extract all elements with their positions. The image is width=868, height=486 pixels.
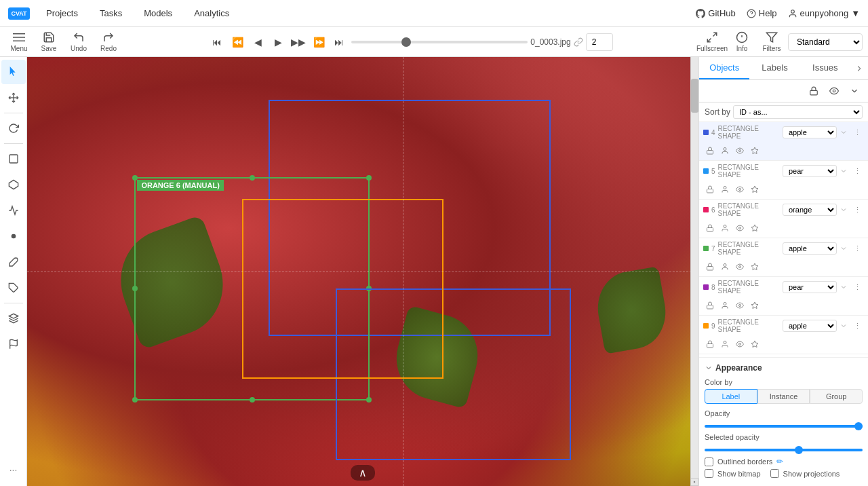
user-button-7[interactable] [718, 260, 732, 274]
object-actions-6 [699, 220, 868, 238]
play-button[interactable]: ▶ [269, 33, 288, 52]
expand-all-button[interactable] [846, 83, 863, 99]
label-select-9[interactable]: apple [783, 320, 837, 332]
frame-slider[interactable] [351, 41, 528, 43]
user-button-6[interactable] [718, 221, 732, 235]
help-link[interactable]: Help [747, 8, 777, 18]
collapse-bottom-button[interactable]: ∧ [351, 465, 375, 481]
last-frame-button[interactable]: ⏭ [330, 33, 349, 52]
info-button[interactable]: Info [728, 29, 755, 56]
outlined-borders-checkbox[interactable] [705, 457, 713, 466]
color-by-group-button[interactable]: Group [810, 389, 863, 404]
eye-button-4[interactable] [733, 144, 747, 157]
nav-analytics[interactable]: Analytics [189, 5, 235, 21]
lock-button-5[interactable] [703, 183, 717, 196]
tab-issues[interactable]: Issues [800, 57, 850, 79]
rectangle-tool[interactable] [1, 147, 26, 171]
panel-collapse-button[interactable] [850, 57, 868, 79]
label-select-4[interactable]: apple [783, 126, 837, 138]
prev-chunk-button[interactable]: ⏪ [228, 33, 247, 52]
tab-labels[interactable]: Labels [749, 57, 800, 79]
show-projections-checkbox[interactable] [770, 469, 779, 478]
eye-button-9[interactable] [733, 337, 747, 351]
more-tools-button[interactable]: ··· [1, 457, 26, 482]
more-button-7[interactable]: ⋮ [850, 242, 864, 255]
nav-projects[interactable]: Projects [41, 5, 83, 21]
color-by-instance-button[interactable]: Instance [757, 389, 810, 404]
more-button-8[interactable]: ⋮ [850, 280, 864, 294]
next-frame-button[interactable]: ▶▶ [289, 33, 308, 52]
star-button-5[interactable] [748, 183, 762, 196]
show-projections-label: Show projections [783, 470, 840, 478]
vertical-scrollbar[interactable] [690, 57, 698, 486]
save-button[interactable]: Save [35, 29, 62, 56]
rotate-tool[interactable] [1, 116, 26, 141]
lock-button-9[interactable] [703, 337, 717, 351]
more-button-5[interactable]: ⋮ [850, 164, 864, 178]
layers-tool[interactable] [1, 306, 26, 331]
polyline-tool[interactable] [1, 198, 26, 223]
eye-button-8[interactable] [733, 299, 747, 312]
tab-objects[interactable]: Objects [699, 57, 749, 79]
menu-button[interactable]: Menu [5, 29, 33, 56]
next-chunk-button[interactable]: ⏩ [309, 33, 328, 52]
star-button-8[interactable] [748, 299, 762, 312]
tag-tool[interactable] [1, 276, 26, 300]
more-button-9[interactable]: ⋮ [850, 319, 864, 333]
hide-all-button[interactable] [826, 83, 842, 99]
star-button-6[interactable] [748, 221, 762, 235]
eye-button-7[interactable] [733, 260, 747, 274]
labels-tool[interactable] [1, 332, 26, 356]
github-link[interactable]: GitHub [696, 8, 735, 18]
color-by-label-button[interactable]: Label [705, 389, 757, 404]
label-select-7[interactable]: apple [783, 242, 837, 255]
polygon-tool[interactable] [1, 172, 26, 197]
more-button-4[interactable]: ⋮ [850, 126, 864, 139]
user-button-8[interactable] [718, 299, 732, 312]
user-button-9[interactable] [718, 337, 732, 351]
move-tool[interactable] [1, 86, 26, 110]
star-button-9[interactable] [748, 337, 762, 351]
lock-button-4[interactable] [703, 144, 717, 157]
sort-select[interactable]: ID - as... [733, 105, 863, 119]
object-header-6: 6 RECTANGLE SHAPE orange ⋮ [699, 200, 868, 220]
star-button-4[interactable] [748, 144, 762, 157]
point-tool[interactable] [1, 224, 26, 248]
canvas-area[interactable]: ORANGE 6 (MANUAL) ∧ [27, 57, 698, 486]
undo-button[interactable]: Undo [65, 29, 92, 56]
star-button-7[interactable] [748, 260, 762, 274]
user-button-5[interactable] [718, 183, 732, 196]
cursor-tool[interactable] [1, 60, 26, 84]
fullscreen-button[interactable]: Fullscreen [698, 29, 726, 56]
label-select-5[interactable]: pear [783, 165, 837, 177]
view-select[interactable]: Standard [788, 33, 863, 51]
lock-button-8[interactable] [703, 299, 717, 312]
label-select-8[interactable]: pear [783, 281, 837, 293]
redo-button[interactable]: Redo [95, 29, 122, 56]
scrollbar-thumb[interactable] [691, 79, 698, 113]
nav-models[interactable]: Models [138, 5, 178, 21]
prev-frame-button[interactable]: ◀ [248, 33, 267, 52]
eye-button-6[interactable] [733, 221, 747, 235]
user-menu[interactable]: eunpyohong ▼ [788, 8, 860, 18]
opacity-slider[interactable] [705, 425, 863, 428]
eye-button-5[interactable] [733, 183, 747, 196]
first-frame-button[interactable]: ⏮ [208, 33, 226, 52]
user-button-4[interactable] [718, 144, 732, 157]
selected-opacity-slider[interactable] [705, 449, 863, 451]
outlined-borders-edit-icon[interactable]: ✏ [776, 457, 783, 466]
appearance-header[interactable]: Appearance [705, 363, 863, 373]
nav-tasks[interactable]: Tasks [94, 5, 127, 21]
lock-button-6[interactable] [703, 221, 717, 235]
label-select-6[interactable]: orange [783, 204, 837, 216]
more-button-6[interactable]: ⋮ [850, 203, 864, 217]
lock-button-7[interactable] [703, 260, 717, 274]
filters-button[interactable]: Filters [758, 29, 785, 56]
show-bitmap-checkbox[interactable] [705, 469, 713, 478]
brush-tool[interactable] [1, 250, 26, 274]
svg-point-33 [739, 227, 741, 229]
lock-all-button[interactable] [806, 83, 822, 99]
object-actions-5 [699, 181, 868, 199]
frame-number-input[interactable] [586, 33, 613, 51]
outlined-borders-label: Outlined borders [717, 457, 772, 466]
